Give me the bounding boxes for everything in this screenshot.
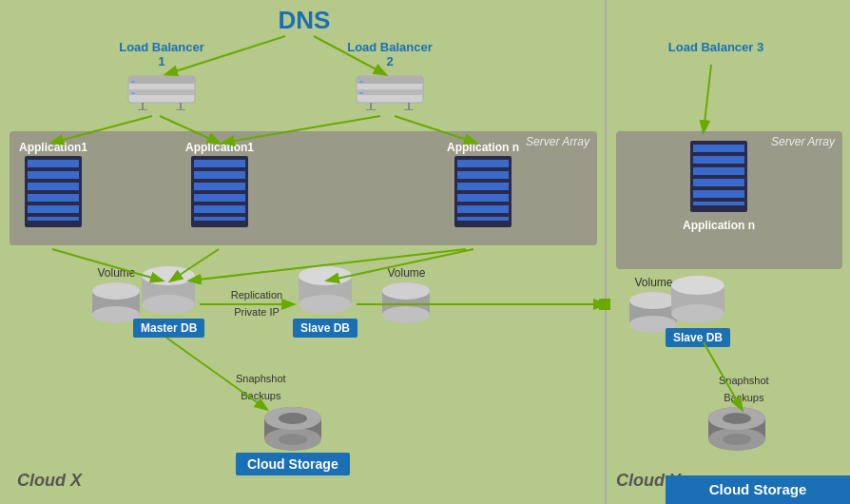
svg-rect-22 (28, 194, 79, 202)
svg-rect-27 (194, 171, 245, 179)
load-balancer-2: Load Balancer 2 (342, 40, 437, 110)
cloud-storage-x: Cloud Storage (236, 405, 350, 475)
app1-label: Application1 (19, 141, 87, 154)
svg-rect-38 (457, 217, 509, 221)
slave-db-badge: Slave DB (293, 319, 357, 338)
svg-point-81 (723, 434, 751, 445)
load-balancer-3: Load Balancer 3 (664, 40, 768, 54)
cloud-x-label: Cloud X (17, 471, 82, 491)
svg-rect-40 (693, 145, 744, 152)
server-array-label-x: Server Array (526, 135, 589, 148)
svg-rect-21 (28, 183, 79, 190)
svg-rect-31 (194, 217, 245, 221)
svg-point-52 (142, 295, 195, 314)
svg-point-61 (382, 282, 430, 300)
hdd-y-icon (704, 405, 770, 453)
snapshot-label-y: SnaphshotBackups (719, 371, 769, 405)
svg-point-75 (671, 276, 724, 295)
volume-left-label: Volume (97, 266, 135, 280)
slave-db-y-icon (667, 276, 729, 328)
load-balancer-1: Load Balancer 1 (114, 40, 209, 110)
svg-rect-19 (28, 160, 79, 167)
svg-point-80 (723, 413, 751, 424)
svg-point-53 (142, 266, 195, 285)
svg-rect-23 (28, 205, 79, 213)
master-db-icon (138, 266, 200, 319)
lb2-icon (352, 68, 428, 110)
appn-y-label: Application n (683, 219, 755, 232)
appn-container: Application n (447, 141, 519, 232)
server-array-label-y: Server Array (771, 135, 835, 148)
volume-right-icon (380, 281, 433, 324)
svg-point-60 (382, 306, 430, 323)
volume-right-label: Volume (387, 266, 425, 280)
svg-rect-41 (693, 156, 744, 164)
replication-label: ReplicationPrivate IP (219, 285, 295, 320)
cloud-divider (605, 0, 607, 504)
slave-db: Slave DB (293, 266, 357, 338)
app2-label: Application1 (185, 141, 254, 154)
svg-rect-24 (28, 217, 79, 221)
volume-right: Volume (380, 266, 433, 324)
svg-line-97 (704, 65, 711, 131)
slave-db-icon (295, 266, 357, 319)
svg-point-66 (279, 413, 307, 424)
server2-icon (186, 156, 253, 232)
svg-rect-10 (357, 76, 423, 84)
svg-point-74 (671, 304, 724, 323)
svg-rect-33 (457, 160, 509, 167)
hdd-x-icon (260, 405, 326, 453)
svg-rect-1 (128, 76, 195, 84)
svg-rect-28 (194, 183, 245, 190)
svg-rect-36 (457, 194, 509, 202)
server1-icon (20, 156, 87, 232)
server3-icon (450, 156, 516, 232)
svg-point-67 (279, 434, 307, 445)
svg-rect-26 (194, 160, 245, 167)
svg-rect-2 (128, 89, 195, 95)
svg-rect-20 (28, 171, 79, 179)
svg-point-56 (299, 295, 352, 314)
svg-rect-35 (457, 183, 509, 190)
svg-rect-42 (693, 167, 744, 175)
app2-container: Application1 (185, 141, 254, 232)
master-db: Master DB (133, 266, 204, 338)
server-array-box-y: Server Array Application n (616, 131, 842, 269)
app1-container: Application1 (19, 141, 87, 232)
svg-rect-30 (194, 205, 245, 213)
svg-rect-34 (457, 171, 509, 179)
slave-db-y-badge: Slave DB (666, 328, 730, 347)
svg-rect-44 (693, 190, 744, 198)
svg-rect-43 (693, 179, 744, 186)
svg-rect-29 (194, 194, 245, 202)
svg-rect-45 (693, 202, 744, 205)
lb1-icon (124, 68, 200, 110)
appn-y-container: Application n (683, 141, 755, 232)
cloud-storage-y (704, 405, 770, 453)
snapshot-label-x: SnaphshotBackups (236, 369, 286, 403)
svg-rect-37 (457, 205, 509, 213)
server-array-box-x: Server Array Application1 Application1 A… (10, 131, 597, 245)
slave-db-y: Slave DB (666, 276, 730, 347)
server-y-icon (686, 141, 752, 217)
svg-rect-11 (357, 89, 423, 95)
cloud-storage-badge-x: Cloud Storage (236, 453, 350, 475)
svg-point-57 (299, 266, 352, 285)
appn-label: Application n (447, 141, 519, 154)
cloud-storage-badge-y: Cloud Storage (666, 475, 850, 504)
master-db-badge: Master DB (133, 319, 204, 338)
dns-label: DNS (247, 6, 361, 35)
